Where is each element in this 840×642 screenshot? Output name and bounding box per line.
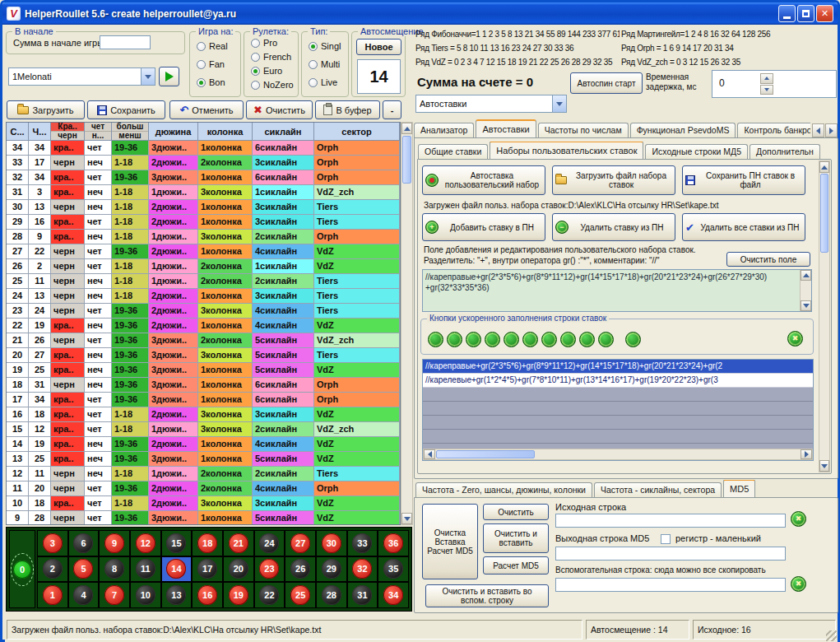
md5-clear-paste-calc-button[interactable]: Очистка Вставка Расчет MD5	[422, 504, 478, 579]
md5-aux-input[interactable]	[555, 578, 786, 592]
tab-user-bet-sets[interactable]: Наборы пользовательских ставок	[490, 142, 643, 160]
preset-combo[interactable]: 1Melonati	[8, 67, 155, 86]
table-row[interactable]: 1419кра..неч19-362дюжи..1колонка4сиклайн…	[7, 437, 400, 452]
bet-edit-field[interactable]: //кареправые+gr(2*3*5*6)+gr(8*9*11*12)+g…	[422, 269, 812, 312]
radio-real[interactable]: Real	[197, 41, 228, 51]
board-cell[interactable]: 6	[68, 530, 100, 556]
tab-md5[interactable]: MD5	[723, 480, 755, 498]
board-cell[interactable]: 17	[192, 556, 223, 583]
table-row[interactable]: 313кра..неч1-181дюжи..3колонка1сиклайнVd…	[7, 185, 400, 200]
quick-bet-chip-button[interactable]	[541, 332, 557, 347]
scroll-left-button[interactable]	[424, 449, 435, 459]
scroll-up-button[interactable]	[401, 123, 412, 134]
quick-bet-chip-button[interactable]	[579, 332, 595, 347]
scroll-down-button[interactable]	[819, 460, 829, 472]
bet-list-item[interactable]: //кареправые+gr(2*3*5*6)+gr(8*9*11*12)+g…	[423, 360, 813, 374]
autospin-start-button[interactable]: Автоспин старт	[570, 72, 643, 94]
md5-paste-aux-button[interactable]: Очистить и вставить во вспом. строку	[425, 584, 549, 607]
maximize-button[interactable]	[797, 5, 814, 22]
board-cell[interactable]: 36	[378, 530, 409, 556]
header-sixline[interactable]: сиклайн	[253, 123, 314, 141]
table-row[interactable]: 2511черннеч1-181дюжи..2колонка2сиклайнTi…	[7, 274, 400, 289]
table-row[interactable]: 1618кра..чет1-182дюжи..3колонка3сиклайнV…	[7, 407, 400, 422]
minus-button[interactable]: -	[383, 100, 401, 119]
radio-fan[interactable]: Fan	[197, 59, 225, 69]
title-bar[interactable]: V HelperRoullet 5.6- create helperroulle…	[2, 2, 838, 25]
table-row[interactable]: 262чернчет1-181дюжи..2колонка1сиклайнVdZ	[7, 259, 400, 274]
md5-output-input[interactable]	[555, 547, 786, 561]
panel-vscrollbar[interactable]	[819, 160, 830, 472]
radio-pro[interactable]: Pro	[251, 38, 277, 48]
quick-bet-chip-button[interactable]	[447, 332, 462, 347]
delete-all-bets-button[interactable]: ✔ Удалить все ставки из ПН	[682, 213, 805, 241]
tab-scroll-right-button[interactable]	[825, 123, 838, 137]
bet-list[interactable]: //кареправые+gr(2*3*5*6)+gr(8*9*11*12)+g…	[422, 359, 814, 461]
header-dozen[interactable]: дюжина	[149, 123, 198, 141]
new-offset-button[interactable]: Новое	[356, 39, 401, 55]
board-cell[interactable]: 1	[37, 582, 68, 608]
close-button[interactable]: ✕	[816, 5, 833, 22]
radio-euro[interactable]: Euro	[251, 66, 282, 76]
header-sector[interactable]: сектор	[314, 123, 400, 141]
md5-calc-button[interactable]: Расчет MD5	[483, 556, 549, 575]
board-cell[interactable]: 24	[254, 530, 285, 556]
radio-french[interactable]: French	[251, 52, 291, 62]
spin-up-button[interactable]	[760, 73, 773, 84]
tab-autobets[interactable]: Автоставки	[476, 119, 536, 138]
board-cell[interactable]: 18	[192, 530, 223, 556]
scroll-right-button[interactable]	[801, 449, 812, 459]
quick-bet-chip-button[interactable]	[522, 332, 538, 347]
header-spin[interactable]: С...	[7, 123, 29, 141]
board-cell[interactable]: 12	[130, 530, 161, 556]
radio-multi[interactable]: Multi	[309, 59, 340, 69]
board-cell[interactable]: 14	[161, 556, 193, 583]
board-cell[interactable]: 11	[130, 556, 161, 583]
add-bet-button[interactable]: + Добавить ставку в ПН	[422, 213, 545, 241]
quick-bet-chip-button[interactable]	[504, 332, 519, 347]
quick-bet-chip-button[interactable]	[598, 332, 614, 347]
quick-bet-chip-button[interactable]	[485, 332, 500, 347]
board-cell[interactable]: 23	[254, 556, 285, 583]
board-cell[interactable]: 26	[285, 556, 316, 583]
header-range[interactable]: большменш	[112, 123, 149, 141]
board-cell[interactable]: 19	[223, 582, 254, 608]
board-cell[interactable]: 22	[254, 582, 285, 608]
board-zero-cell[interactable]: 0	[9, 530, 35, 608]
table-row[interactable]: 2916кра..чет1-182дюжи..1колонка3сиклайнT…	[7, 215, 400, 230]
table-row[interactable]: 1211черннеч1-181дюжи..2колонка2сиклайнTi…	[7, 467, 400, 482]
table-row[interactable]: 2413черннеч1-182дюжи..1колонка3сиклайнTi…	[7, 289, 400, 304]
table-row[interactable]: 1734кра..чет19-363дюжи..1колонка6сиклайн…	[7, 393, 400, 407]
table-row[interactable]: 2324чернчет19-362дюжи..3колонка4сиклайнT…	[7, 304, 400, 319]
tab-psevdoms[interactable]: Функционал PsevdoMS	[630, 123, 736, 138]
tab-freq-chances[interactable]: Частота - Zero, шансы, дюжины, колонки	[415, 482, 592, 498]
tab-additional[interactable]: Дополнительн	[750, 144, 820, 160]
clear-bets-chip-button[interactable]: ✖	[787, 331, 803, 347]
scroll-up-button[interactable]	[819, 161, 829, 173]
scroll-down-button[interactable]	[401, 513, 412, 524]
board-cell[interactable]: 13	[161, 582, 193, 608]
board-cell[interactable]: 32	[347, 556, 378, 583]
board-cell[interactable]: 9	[99, 530, 130, 556]
board-cell[interactable]: 15	[161, 530, 193, 556]
minimize-button[interactable]	[778, 5, 796, 22]
register-checkbox[interactable]	[661, 534, 671, 544]
md5-source-chip-button[interactable]: ✖	[791, 511, 806, 527]
clear-button[interactable]: ✖Очистить	[246, 100, 313, 119]
md5-source-input[interactable]	[555, 514, 786, 528]
table-row[interactable]: 1018кра..чет1-182дюжи..3колонка3сиклайнV…	[7, 496, 400, 511]
table-row[interactable]: 2722чернчет19-362дюжи..1колонка4сиклайнV…	[7, 244, 400, 259]
md5-clear-button[interactable]: Очистить	[483, 504, 549, 520]
resize-grip[interactable]	[826, 630, 837, 641]
save-button[interactable]: Сохранить	[87, 100, 165, 119]
board-cell[interactable]: 31	[347, 582, 378, 608]
start-sum-input[interactable]	[100, 35, 151, 49]
quick-bet-chip-button[interactable]	[428, 332, 443, 347]
tab-analyzer[interactable]: Анализатор	[414, 123, 474, 138]
tab-freq-sixlines-sectors[interactable]: Частота - сиклайны, сектора	[594, 482, 722, 498]
board-cell[interactable]: 25	[285, 582, 316, 608]
table-row[interactable]: 2219кра..неч19-362дюжи..1колонка4сиклайн…	[7, 319, 400, 333]
board-cell[interactable]: 20	[223, 556, 254, 583]
board-cell[interactable]: 34	[378, 582, 409, 608]
board-cell[interactable]: 3	[37, 530, 68, 556]
spin-down-button[interactable]	[760, 85, 773, 95]
